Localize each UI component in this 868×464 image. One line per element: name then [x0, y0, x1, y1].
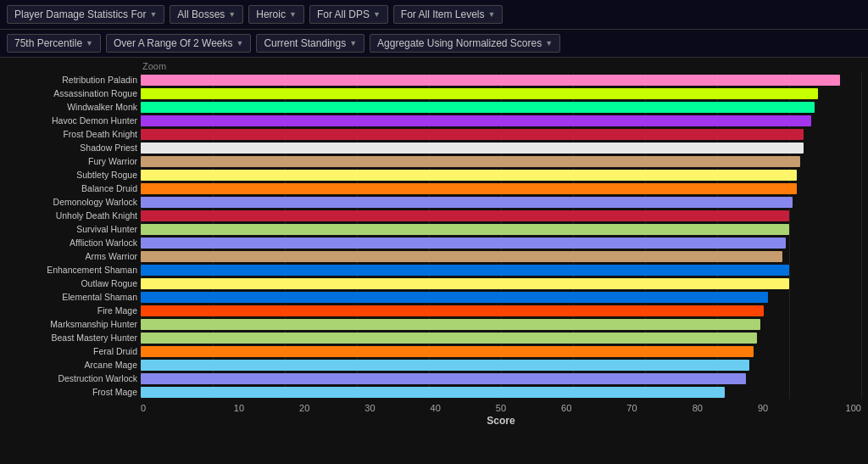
bar[interactable] [141, 224, 789, 235]
bar-row [141, 344, 861, 358]
bar[interactable] [141, 373, 746, 384]
chart-area: Zoom Retribution PaladinAssassination Ro… [0, 58, 868, 433]
x-tick: 100 [796, 403, 861, 413]
bar[interactable] [141, 115, 811, 126]
bar-row [141, 372, 861, 385]
x-tick: 40 [403, 403, 468, 413]
y-label: Beast Mastery Hunter [7, 331, 141, 344]
bar[interactable] [141, 305, 764, 316]
y-label: Feral Druid [7, 344, 141, 358]
bars-section: 0102030405060708090100 Score [141, 73, 861, 427]
bar-row [141, 73, 861, 87]
y-label: Affliction Warlock [7, 236, 141, 249]
bar[interactable] [141, 143, 804, 154]
bar-row [141, 385, 861, 399]
x-tick: 80 [665, 403, 730, 413]
second-bar-dropdown[interactable]: 75th Percentile▼ [7, 34, 101, 53]
x-tick: 70 [599, 403, 665, 413]
top-bar: Player Damage Statistics For▼All Bosses▼… [0, 0, 868, 30]
y-label: Marksmanship Hunter [7, 317, 141, 331]
bar-row [141, 222, 861, 236]
bar-row [141, 168, 861, 182]
bar-row [141, 209, 861, 222]
y-label: Windwalker Monk [7, 100, 141, 114]
bar[interactable] [141, 292, 768, 303]
y-label: Unholy Death Knight [7, 209, 141, 222]
bar-row [141, 358, 861, 372]
y-label: Frost Death Knight [7, 127, 141, 141]
top-bar-dropdown[interactable]: Player Damage Statistics For▼ [7, 5, 164, 24]
y-label: Arms Warrior [7, 249, 141, 263]
bar-row [141, 263, 861, 277]
second-bar-dropdown[interactable]: Over A Range Of 2 Weeks▼ [106, 34, 251, 53]
bar[interactable] [141, 156, 800, 167]
y-label: Destruction Warlock [7, 372, 141, 385]
bar-row [141, 182, 861, 195]
bar[interactable] [141, 278, 789, 289]
bar-row [141, 100, 861, 114]
bar[interactable] [141, 102, 815, 113]
bar[interactable] [141, 170, 797, 181]
bar-row [141, 236, 861, 249]
y-label: Elemental Shaman [7, 290, 141, 304]
y-label: Outlaw Rogue [7, 277, 141, 290]
y-label: Enhancement Shaman [7, 263, 141, 277]
x-tick: 30 [337, 403, 403, 413]
top-bar-dropdown[interactable]: For All DPS▼ [309, 5, 388, 24]
bar[interactable] [141, 197, 793, 208]
bar[interactable] [141, 387, 725, 398]
x-axis: 0102030405060708090100 [141, 401, 861, 413]
y-label: Fire Mage [7, 304, 141, 317]
y-label: Survival Hunter [7, 222, 141, 236]
zoom-label: Zoom [142, 61, 861, 71]
bar-row [141, 154, 861, 168]
top-bar-dropdown[interactable]: Heroic▼ [248, 5, 304, 24]
y-label: Shadow Priest [7, 141, 141, 154]
bar-row [141, 195, 861, 209]
bar[interactable] [141, 319, 760, 330]
y-label: Fury Warrior [7, 154, 141, 168]
bar[interactable] [141, 210, 789, 221]
bar[interactable] [141, 333, 757, 344]
top-bar-dropdown[interactable]: For All Item Levels▼ [393, 5, 504, 24]
bar-row [141, 141, 861, 154]
y-label: Arcane Mage [7, 358, 141, 372]
y-label: Havoc Demon Hunter [7, 114, 141, 127]
bar[interactable] [141, 129, 804, 140]
x-tick: 20 [272, 403, 337, 413]
bar[interactable] [141, 183, 797, 194]
x-tick: 10 [206, 403, 271, 413]
bar-row [141, 304, 861, 317]
bar-row [141, 249, 861, 263]
bar-row [141, 277, 861, 290]
bar-row [141, 290, 861, 304]
second-bar-dropdown[interactable]: Aggregate Using Normalized Scores▼ [370, 34, 560, 53]
bar-row [141, 87, 861, 100]
bar[interactable] [141, 265, 789, 276]
bar-row [141, 331, 861, 344]
bar[interactable] [141, 75, 840, 86]
bar-row [141, 114, 861, 127]
bar[interactable] [141, 360, 749, 371]
second-bar-dropdown[interactable]: Current Standings▼ [256, 34, 364, 53]
x-tick: 60 [534, 403, 599, 413]
y-labels: Retribution PaladinAssassination RogueWi… [7, 73, 141, 427]
x-tick: 0 [141, 403, 206, 413]
bar[interactable] [141, 251, 782, 262]
top-bar-dropdown[interactable]: All Bosses▼ [170, 5, 243, 24]
y-label: Frost Mage [7, 385, 141, 399]
y-label: Subtlety Rogue [7, 168, 141, 182]
y-label: Assassination Rogue [7, 87, 141, 100]
y-label: Demonology Warlock [7, 195, 141, 209]
bar[interactable] [141, 88, 818, 99]
y-label: Balance Druid [7, 182, 141, 195]
x-title: Score [141, 415, 861, 427]
x-tick: 50 [468, 403, 533, 413]
bar[interactable] [141, 346, 754, 357]
bar-row [141, 127, 861, 141]
bar[interactable] [141, 238, 786, 249]
second-bar: 75th Percentile▼Over A Range Of 2 Weeks▼… [0, 30, 868, 58]
y-label: Retribution Paladin [7, 73, 141, 87]
x-tick: 90 [730, 403, 795, 413]
bar-row [141, 317, 861, 331]
